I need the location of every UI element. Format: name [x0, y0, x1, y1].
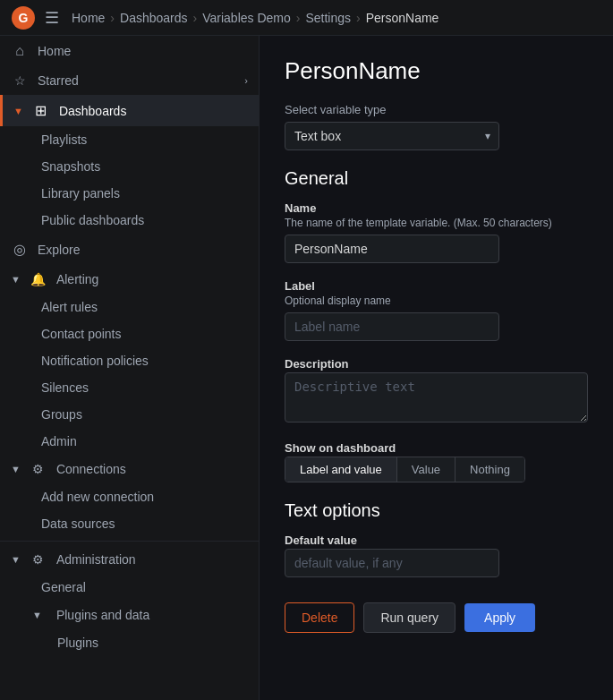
sidebar-item-data-sources[interactable]: Data sources [0, 510, 259, 537]
sidebar-item-add-connection[interactable]: Add new connection [0, 483, 259, 510]
sidebar: ⌂ Home ☆ Starred › ▼ ⊞ Dashboards Playli… [0, 36, 260, 700]
breadcrumb-home[interactable]: Home [72, 11, 105, 25]
main-layout: ⌂ Home ☆ Starred › ▼ ⊞ Dashboards Playli… [0, 36, 613, 700]
variable-type-select[interactable]: Query Custom Text box Constant Data sour… [285, 122, 499, 150]
default-value-group: Default value [285, 534, 588, 577]
footer-actions: Delete Run query Apply [285, 602, 588, 633]
label-input[interactable] [285, 312, 499, 341]
variable-type-select-wrapper[interactable]: Query Custom Text box Constant Data sour… [285, 122, 499, 150]
breadcrumb-sep-1: › [110, 11, 115, 25]
toggle-label-and-value[interactable]: Label and value [285, 457, 397, 482]
plugins-and-data-label: Plugins and data [56, 608, 149, 622]
description-input[interactable] [285, 372, 588, 423]
name-input[interactable] [285, 235, 499, 263]
sidebar-connections-label: Connections [56, 462, 126, 476]
notification-policies-label: Notification policies [41, 354, 149, 368]
name-sublabel: The name of the template variable. (Max.… [285, 217, 588, 229]
sidebar-divider [0, 541, 259, 542]
toggle-value[interactable]: Value [397, 457, 455, 482]
contact-points-label: Contact points [41, 327, 122, 341]
sidebar-item-connections[interactable]: ▼ ⚙ Connections [0, 455, 259, 483]
breadcrumb-sep-4: › [356, 11, 361, 25]
default-value-input[interactable] [285, 549, 499, 577]
sidebar-starred-label: Starred [38, 73, 79, 88]
administration-expand-arrow: ▼ [11, 554, 21, 565]
alert-rules-label: Alert rules [41, 300, 98, 314]
page-title: PersonName [285, 57, 588, 85]
name-label: Name [285, 201, 588, 215]
breadcrumb: Home › Dashboards › Variables Demo › Set… [72, 11, 438, 25]
sidebar-item-contact-points[interactable]: Contact points [0, 320, 259, 347]
sidebar-item-notification-policies[interactable]: Notification policies [0, 347, 259, 374]
sidebar-item-snapshots[interactable]: Snapshots [0, 153, 259, 180]
plugins-label: Plugins [57, 636, 98, 650]
alerting-expand-arrow: ▼ [11, 274, 21, 285]
sidebar-item-dashboards[interactable]: ▼ ⊞ Dashboards [0, 95, 259, 126]
breadcrumb-variables-demo[interactable]: Variables Demo [202, 11, 291, 25]
dashboards-icon: ⊞ [32, 102, 50, 119]
text-options-section-title: Text options [285, 500, 588, 521]
sidebar-dashboards-label: Dashboards [59, 104, 127, 118]
sidebar-item-plugins[interactable]: Plugins [0, 629, 259, 656]
sidebar-item-general[interactable]: General [0, 574, 259, 601]
general-label: General [41, 580, 86, 594]
connections-icon: ⚙ [30, 462, 47, 476]
sidebar-home-label: Home [38, 44, 71, 58]
main-content: PersonName Select variable type Query Cu… [260, 36, 613, 700]
library-panels-label: Library panels [41, 186, 120, 201]
connections-expand-arrow: ▼ [11, 464, 21, 474]
breadcrumb-current: PersonName [366, 11, 439, 25]
menu-icon[interactable]: ☰ [45, 8, 59, 28]
svg-text:G: G [19, 11, 29, 25]
default-value-label: Default value [285, 534, 588, 547]
sidebar-explore-label: Explore [38, 243, 80, 257]
variable-type-label: Select variable type [285, 103, 588, 116]
sidebar-alerting-label: Alerting [56, 272, 98, 286]
show-label: Show on dashboard [285, 441, 588, 455]
plugins-expand-arrow: ▼ [32, 610, 42, 620]
sidebar-item-home[interactable]: ⌂ Home [0, 36, 259, 66]
public-dashboards-label: Public dashboards [41, 213, 144, 227]
sidebar-item-alert-rules[interactable]: Alert rules [0, 294, 259, 320]
sidebar-item-administration[interactable]: ▼ ⚙ Administration [0, 545, 259, 574]
sidebar-administration-label: Administration [56, 552, 136, 567]
general-section-title: General [285, 168, 588, 189]
label-group: Label Optional display name [285, 279, 588, 341]
show-toggle-group: Label and value Value Nothing [285, 457, 525, 482]
label-sublabel: Optional display name [285, 295, 588, 307]
name-group: Name The name of the template variable. … [285, 201, 588, 263]
star-icon: ☆ [11, 73, 29, 88]
groups-label: Groups [41, 407, 82, 422]
sidebar-item-explore[interactable]: ◎ Explore [0, 234, 259, 265]
delete-button[interactable]: Delete [285, 602, 354, 633]
breadcrumb-sep-3: › [296, 11, 301, 25]
bell-icon: 🔔 [30, 272, 47, 286]
sidebar-item-starred[interactable]: ☆ Starred › [0, 66, 259, 95]
sidebar-item-silences[interactable]: Silences [0, 374, 259, 401]
snapshots-label: Snapshots [41, 159, 100, 174]
add-connection-label: Add new connection [41, 490, 154, 504]
description-label: Description [285, 357, 588, 371]
sidebar-item-public-dashboards[interactable]: Public dashboards [0, 207, 259, 234]
breadcrumb-settings[interactable]: Settings [305, 11, 351, 25]
sidebar-item-library-panels[interactable]: Library panels [0, 180, 259, 207]
starred-expand-icon: › [244, 75, 248, 86]
breadcrumb-sep-2: › [193, 11, 198, 25]
sidebar-item-alerting[interactable]: ▼ 🔔 Alerting [0, 265, 259, 294]
label-label: Label [285, 279, 588, 293]
sidebar-item-plugins-and-data[interactable]: ▼ Plugins and data [0, 601, 259, 629]
description-group: Description [285, 357, 588, 425]
sidebar-item-playlists[interactable]: Playlists [0, 126, 259, 153]
show-on-dashboard-group: Show on dashboard Label and value Value … [285, 441, 588, 482]
topbar: G ☰ Home › Dashboards › Variables Demo ›… [0, 0, 613, 36]
explore-icon: ◎ [11, 241, 29, 258]
variable-type-group: Select variable type Query Custom Text b… [285, 103, 588, 150]
apply-button[interactable]: Apply [464, 603, 535, 632]
breadcrumb-dashboards[interactable]: Dashboards [120, 11, 188, 25]
grafana-logo: G [11, 5, 36, 30]
run-query-button[interactable]: Run query [363, 602, 455, 633]
sidebar-item-admin[interactable]: Admin [0, 428, 259, 455]
sidebar-item-groups[interactable]: Groups [0, 401, 259, 428]
toggle-nothing[interactable]: Nothing [455, 457, 524, 482]
home-icon: ⌂ [11, 43, 29, 59]
